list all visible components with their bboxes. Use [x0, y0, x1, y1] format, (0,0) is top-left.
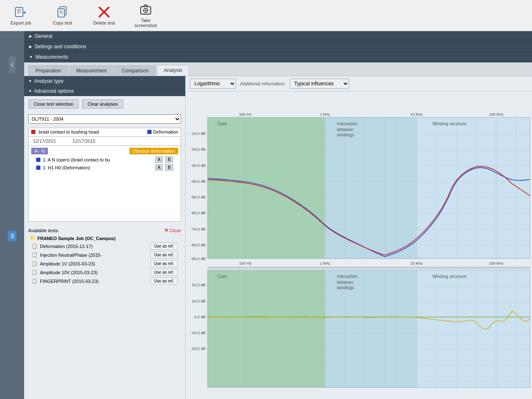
- accordion-settings[interactable]: ▶ Settings and conditions: [24, 42, 532, 52]
- main-area: ▶ General ▶ Settings and conditions ▼ Me…: [24, 31, 532, 399]
- core-label-top: Core: [218, 121, 227, 126]
- toolbar: Export job Copy test Delete test: [0, 0, 532, 31]
- test-group: 📁 FRANEO Sample Job (OC_Campus): [28, 235, 181, 242]
- y-label-neg90: -90,0 dB: [191, 256, 206, 261]
- interaction-label-bot2: between: [337, 280, 353, 285]
- left-sidebar-strip: ❮ ad: [0, 31, 24, 399]
- test-icon-0: 📋: [32, 243, 37, 249]
- use-ref-button-3[interactable]: Use as ref.: [150, 269, 178, 276]
- tab-comparison[interactable]: Comparison: [114, 65, 156, 76]
- chart-divider: [208, 267, 530, 269]
- additional-info-selector[interactable]: Typical influences: [290, 79, 349, 89]
- chevron-down-icon: ▼: [29, 55, 33, 59]
- y-label-10: 10,0 dB: [192, 299, 206, 303]
- delete-test-button[interactable]: Delete test: [87, 2, 121, 29]
- export-job-button[interactable]: Export job: [4, 2, 37, 29]
- test-item-1: 📋 Injection Neutral/Phase (2015- Use as …: [28, 250, 181, 259]
- screenshot-button[interactable]: Take screenshot: [129, 2, 162, 29]
- date2: 12/17/2015: [72, 139, 95, 144]
- interaction-label-top2: between: [337, 127, 353, 132]
- color-indicator-blue2: [36, 166, 40, 170]
- sidebar-collapse-arrow[interactable]: ❮: [9, 56, 15, 73]
- legend-header: braid contact to bushing head Deformatio…: [29, 128, 181, 136]
- legend-entry2: Deformation: [153, 129, 178, 134]
- camera-icon: [139, 3, 152, 16]
- y-label-neg30: -30,0 dB: [191, 163, 206, 168]
- test-item-4: 📋 FINGERPRINT (2015-03-23) Use as ref.: [28, 277, 181, 285]
- charts-svg: 100 Hz 1 kHz 10 kHz 100 kHz: [186, 92, 532, 399]
- meas2-b-button[interactable]: B: [165, 164, 173, 171]
- y-label-neg20-bot: -20,0 dB: [191, 346, 206, 351]
- chart-container: 100 Hz 1 kHz 10 kHz 100 kHz: [186, 92, 532, 399]
- measurement-entry-1: 1: A N (open) (braid contact to bu A B: [29, 156, 181, 164]
- tab-measurement[interactable]: Measurement: [69, 65, 114, 76]
- use-ref-button-4[interactable]: Use as ref.: [150, 278, 178, 285]
- y-label-neg60: -60,0 dB: [191, 211, 206, 215]
- advanced-options-label: Advanced options: [34, 88, 74, 94]
- meas2-a-button[interactable]: A: [155, 164, 163, 171]
- test-selector[interactable]: DL/T911 - 2004: [28, 114, 181, 124]
- y-label-neg70: -70,0 dB: [191, 227, 206, 231]
- test-icon-4: 📋: [32, 278, 37, 284]
- analysis-type-header[interactable]: ▼ Analysis type: [24, 76, 185, 86]
- color-indicator-blue: [147, 130, 152, 134]
- chart-controls: Logarithmic Additional information: Typi…: [186, 76, 532, 92]
- load-button[interactable]: ad: [8, 231, 16, 241]
- tabs-row: Preparation Measurement Comparison Analy…: [24, 62, 532, 76]
- content-area: ▼ Analysis type ▼ Advanced options Close…: [24, 76, 532, 399]
- export-label: Export job: [10, 20, 31, 25]
- left-panel: ▼ Analysis type ▼ Advanced options Close…: [24, 76, 186, 399]
- clear-analyses-button[interactable]: Clear analyses: [82, 99, 123, 109]
- x-label-100khz-top: 100 kHz: [489, 112, 503, 116]
- additional-info-label: Additional information:: [240, 81, 286, 86]
- interaction-label-bot: Interaction: [337, 274, 357, 279]
- measurement-entry-2: 1: H1 H0 (Deformation) A B: [29, 164, 181, 171]
- options-row: Close test selection Clear analyses: [24, 96, 185, 112]
- x-label-1khz-top: 1 kHz: [320, 112, 331, 116]
- svg-rect-0: [15, 7, 23, 17]
- accordion-settings-label: Settings and conditions: [35, 44, 86, 50]
- meas1-a-button[interactable]: A: [155, 156, 163, 163]
- accordion-measurements[interactable]: ▼ Measurements: [24, 52, 532, 62]
- y-label-neg10: -10,0 dB: [191, 131, 206, 136]
- close-available-tests-button[interactable]: ✖ Close: [164, 228, 181, 233]
- test-icon-2: 📋: [32, 261, 37, 266]
- scale-selector[interactable]: Logarithmic: [190, 79, 236, 89]
- winding-label-bot: Winding structure: [433, 274, 467, 279]
- group-label: A - N: [31, 148, 48, 154]
- x-label-100khz-bot: 100 kHz: [489, 261, 503, 265]
- advanced-options-header[interactable]: ▼ Advanced options: [24, 86, 185, 96]
- interaction-label-top3: windings: [336, 132, 354, 137]
- chevron-right-icon: ▶: [29, 45, 32, 49]
- legend-box: braid contact to bushing head Deformatio…: [28, 128, 181, 222]
- tab-preparation[interactable]: Preparation: [28, 65, 68, 76]
- use-ref-button-0[interactable]: Use as ref.: [150, 243, 178, 250]
- available-tests-header: Available tests: ✖ Close: [28, 228, 181, 233]
- accordion-general[interactable]: ▶ General: [24, 31, 532, 42]
- accordion-measurements-label: Measurements: [35, 54, 68, 60]
- close-x-icon: ✖: [164, 228, 168, 233]
- test-icon-3: 📋: [32, 270, 37, 275]
- test-selector-row: DL/T911 - 2004: [24, 112, 185, 126]
- available-tests: Available tests: ✖ Close 📁 FRANEO Sample…: [28, 228, 181, 285]
- test-icon-1: 📋: [32, 252, 37, 258]
- legend-entry1: braid contact to bushing head: [39, 129, 99, 134]
- y-label-neg80: -80,0 dB: [191, 243, 206, 247]
- copy-test-button[interactable]: Copy test: [46, 2, 79, 29]
- use-ref-button-1[interactable]: Use as ref.: [150, 251, 178, 258]
- chevron-down-icon: ▼: [28, 79, 32, 83]
- use-ref-button-2[interactable]: Use as ref.: [150, 260, 178, 267]
- chevron-down-icon: ▼: [28, 89, 32, 93]
- delete-label: Delete test: [93, 20, 115, 25]
- test-item-4-name: FINGERPRINT (2015-03-23): [40, 279, 148, 284]
- svg-point-12: [145, 10, 147, 11]
- close-test-selection-button[interactable]: Close test selection: [28, 99, 79, 109]
- analysis-type-label: Analysis type: [34, 78, 64, 84]
- test-item-3-name: Amplitude 10V (2015-03-23): [40, 270, 148, 275]
- meas1-b-button[interactable]: B: [165, 156, 173, 163]
- test-item-2-name: Amplitude 1V (2015-03-23): [40, 261, 148, 266]
- screenshot-label: Take screenshot: [129, 18, 162, 28]
- tab-analysis[interactable]: Analysis: [157, 65, 189, 76]
- x-label-10khz-bot: 10 kHz: [410, 261, 423, 265]
- meas2-label: 1: H1 H0 (Deformation): [43, 165, 153, 170]
